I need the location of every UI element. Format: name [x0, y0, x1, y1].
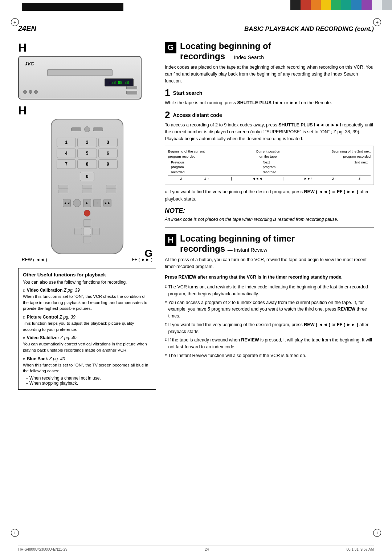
page-number: 24EN	[18, 18, 36, 33]
color-block-silver	[382, 0, 392, 10]
useful-item-video-stab: c Video Stabilizer Z pg. 40 You can auto…	[23, 335, 151, 353]
diagram-mid-row: Previousprogramrecorded Nextprogramrecor…	[168, 160, 371, 174]
diagram-p3: 3	[359, 176, 360, 181]
vcr-device: JVC –88 88 88	[18, 56, 142, 100]
diagram-sep2: |	[283, 176, 283, 181]
blue-back-bullet-2: When stopping playback.	[26, 381, 151, 386]
nav-down[interactable]	[83, 236, 91, 243]
num-btn-8[interactable]: 8	[77, 159, 97, 169]
press-review-text: Press REVIEW after ensuring that the VCR…	[165, 275, 343, 280]
nav-right[interactable]	[92, 228, 100, 235]
diagram-label-3: Beginning of the 2nd nextprogram recorde…	[331, 149, 371, 159]
c-mark-5: c	[165, 353, 167, 357]
step-1-title: Start search	[173, 88, 202, 96]
footer-right: 00.1.31, 9:57 AM	[346, 547, 374, 551]
num-btn-3[interactable]: 3	[98, 138, 118, 147]
remote-minus-btn[interactable]	[58, 190, 68, 193]
num-btn-9[interactable]: 9	[98, 159, 118, 169]
transport-buttons: ◄◄ ► ⏸ ►►	[55, 198, 119, 208]
remote-minus-btn-2[interactable]	[82, 190, 92, 193]
color-block-purple	[362, 0, 372, 10]
color-block-white	[372, 0, 382, 10]
page-content: 24EN BASIC PLAYBACK AND RECORDING (cont.…	[18, 18, 374, 540]
vcr-indicator	[34, 90, 38, 94]
nav-left[interactable]	[74, 228, 82, 235]
review-bold-2: REVIEW	[241, 337, 259, 343]
reg-mark-br	[373, 529, 381, 537]
remote-minus-btn-3[interactable]	[106, 190, 116, 193]
useful-item-pg-3: Z pg. 40	[60, 335, 76, 340]
page-num-value: 24	[18, 24, 26, 32]
remote-circle-btn	[84, 126, 90, 132]
useful-item-title-3: c Video Stabilizer Z pg. 40	[23, 335, 151, 340]
section-h-title: Locating beginning of timer recordings —…	[180, 234, 295, 254]
color-block-black	[290, 0, 301, 10]
top-black-strip	[22, 3, 123, 11]
useful-item-name-3: Video Stabilizer	[27, 335, 59, 340]
useful-box-title: Other Useful functions for playback	[23, 272, 151, 278]
right-column: G Locating beginning of recordings — Ind…	[165, 41, 374, 390]
remote-top-btn-1	[71, 127, 81, 131]
num-btn-4[interactable]: 4	[57, 149, 76, 158]
rew-btn[interactable]: ◄◄	[63, 199, 71, 207]
num-btn-7[interactable]: 7	[57, 159, 76, 169]
useful-item-pg-2: Z pg. 39	[60, 315, 75, 320]
vcr-button	[126, 91, 137, 94]
ff-btn[interactable]: ►►	[103, 199, 111, 207]
step-2-num: 2	[165, 110, 170, 119]
diagram-n1: –1 ←	[202, 176, 211, 181]
diagram-prev-label: Previousprogramrecorded	[171, 160, 185, 174]
pause-btn[interactable]: ⏸	[93, 199, 101, 207]
record-row	[55, 210, 119, 216]
useful-item-body-1: When this function is set to "ON", this …	[23, 293, 151, 312]
h-bullet-3: c If you want to find the very beginning…	[165, 321, 374, 335]
num-btn-6[interactable]: 6	[98, 149, 118, 158]
vcr-section: H JVC –88 88 88	[18, 41, 156, 100]
play-btn[interactable]: ►	[83, 199, 91, 207]
num-btn-2[interactable]: 2	[77, 138, 97, 147]
h-bullet-2: c You can access a program of 2 to 9 ind…	[165, 299, 374, 320]
section-divider	[165, 227, 374, 228]
remote-plus-btn-3[interactable]	[106, 185, 116, 189]
num-btn-0[interactable]: 0	[80, 172, 94, 181]
useful-item-body-4: When this function is set to "ON", the T…	[23, 362, 151, 374]
num-btn-1[interactable]: 1	[57, 138, 76, 147]
step-1-bold-ff: ►►I	[290, 100, 300, 105]
diagram-rew: ◄◄◄	[252, 176, 262, 181]
color-block-teal	[341, 0, 351, 10]
review-bold: REVIEW	[338, 307, 355, 312]
num-btn-5[interactable]: 5	[77, 149, 97, 158]
useful-item-picture-ctrl: c Picture Control Z pg. 39 This function…	[23, 315, 151, 332]
useful-item-title-4: c Blue Back Z pg. 40	[23, 356, 151, 361]
remote-plus-btn[interactable]	[58, 185, 68, 189]
useful-item-pg-4: Z pg. 40	[49, 356, 65, 361]
section-g-letter: G	[165, 42, 176, 53]
diagram-2nd-label: 2nd next	[355, 160, 368, 174]
section-h-title-sub: — Instant Review	[228, 247, 268, 253]
useful-item-title-2: c Picture Control Z pg. 39	[23, 315, 151, 320]
footer-center: 24	[205, 547, 209, 551]
color-bar	[290, 0, 392, 10]
h-bullet-5: c The Instant Review function will also …	[165, 352, 374, 359]
vcr-indicator	[23, 90, 27, 94]
reg-mark-bl	[11, 529, 19, 537]
step-1-bold-shuttle: SHUTTLE PLUS I◄◄	[237, 100, 283, 105]
rew-ff-note: c If you want to find the very beginning…	[165, 189, 374, 203]
diagram-sep: |	[231, 176, 232, 181]
circle-c-2: c	[23, 315, 25, 319]
press-review-bold: Press REVIEW after ensuring that the VCR…	[165, 274, 374, 281]
color-block-blue	[351, 0, 362, 10]
remote-plus-btn-2[interactable]	[82, 185, 92, 189]
useful-item-blue-back: c Blue Back Z pg. 40 When this function …	[23, 356, 151, 386]
h-bullet-4-text: If the tape is already rewound when REVI…	[168, 337, 374, 351]
nav-up[interactable]	[83, 219, 91, 227]
record-btn[interactable]	[84, 210, 90, 216]
rew-bold-h: REW ( ◄◄ )	[304, 322, 330, 327]
section-g-intro: Index codes are placed on the tape at th…	[165, 64, 374, 84]
h-label-remote: H	[18, 104, 156, 117]
nav-center[interactable]	[83, 228, 91, 235]
section-h-title-line2: recordings	[180, 244, 225, 254]
reg-mark-tr	[373, 18, 381, 26]
diagram-timeline: –2 –1 ← | ◄◄◄ | ►►I 2 ← 3	[168, 175, 371, 181]
stop-btn[interactable]	[73, 199, 81, 207]
